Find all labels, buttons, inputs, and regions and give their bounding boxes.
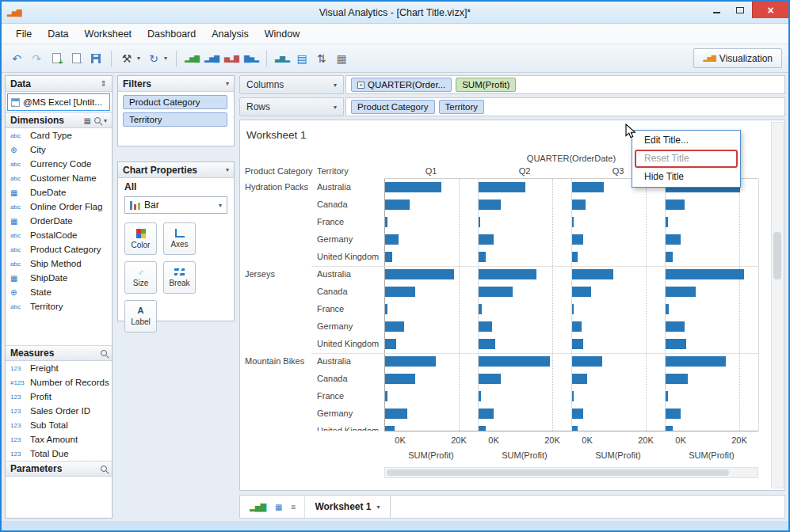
bar-jerseys-germany-q2[interactable] <box>479 321 492 332</box>
expand-icon[interactable]: + <box>357 82 364 89</box>
bar-mountain-bikes-canada-q4[interactable] <box>666 374 688 384</box>
bar-mountain-bikes-germany-q3[interactable] <box>572 408 583 419</box>
dimension-ship-method[interactable]: abcShip Method <box>6 256 112 271</box>
sort-descending-chart-icon[interactable]: ▇▅▂ <box>242 50 260 67</box>
menu-analysis[interactable]: Analysis <box>204 24 257 44</box>
new-bar-chart-icon[interactable]: ▂▅▇ <box>183 50 200 67</box>
bar-hydration-packs-canada-q1[interactable] <box>385 200 410 210</box>
bar-mountain-bikes-canada-q2[interactable] <box>479 374 501 384</box>
color-button[interactable]: Color <box>124 222 157 255</box>
bar-hydration-packs-australia-q2[interactable] <box>479 182 525 192</box>
bar-hydration-packs-australia-q1[interactable] <box>385 182 441 192</box>
horizontal-scrollbar-thumb[interactable] <box>387 469 729 476</box>
search-parameters-icon[interactable] <box>101 466 107 472</box>
close-button[interactable]: × <box>752 2 788 18</box>
columns-dropdown-icon[interactable]: ▾ <box>334 82 337 89</box>
worksheet-canvas[interactable]: Worksheet 1 QUARTER(OrderDate)Q1Q2Q3Q4Pr… <box>239 120 785 491</box>
bar-mountain-bikes-france-q3[interactable] <box>572 391 574 401</box>
vertical-scrollbar[interactable] <box>771 122 784 488</box>
dimension-currency-code[interactable]: abcCurrency Code <box>6 157 112 171</box>
bar-hydration-packs-canada-q4[interactable] <box>666 200 685 210</box>
bar-hydration-packs-germany-q1[interactable] <box>385 234 399 245</box>
bar-jerseys-australia-q1[interactable] <box>385 269 454 279</box>
label-button[interactable]: ALabel <box>124 300 157 332</box>
bar-hydration-packs-france-q1[interactable] <box>385 217 387 227</box>
bar-mountain-bikes-germany-q2[interactable] <box>479 408 494 419</box>
swap-axes-chart-icon[interactable]: ▅▂▇ <box>223 50 240 67</box>
dimension-state[interactable]: ⊕State <box>6 285 112 299</box>
context-menu-item-hide-title[interactable]: Hide Title <box>632 168 740 186</box>
bar-hydration-packs-canada-q2[interactable] <box>479 200 501 210</box>
dimension-territory[interactable]: abcTerritory <box>6 299 112 314</box>
axes-button[interactable]: Axes <box>163 222 196 255</box>
bar-jerseys-canada-q4[interactable] <box>666 287 696 297</box>
columns-shelf-label[interactable]: Columns ▾ <box>239 75 344 94</box>
data-tools-icon[interactable]: ⚒ <box>118 50 135 67</box>
horizontal-scrollbar[interactable] <box>384 467 758 478</box>
bar-hydration-packs-united-kingdom-q3[interactable] <box>572 252 578 262</box>
filters-dropdown-icon[interactable]: ▾ <box>226 80 229 87</box>
bar-mountain-bikes-australia-q1[interactable] <box>385 356 436 367</box>
bar-mountain-bikes-australia-q3[interactable] <box>572 356 602 367</box>
break-button[interactable]: Break <box>163 261 196 294</box>
grid-view-icon[interactable]: ▦ <box>333 50 350 67</box>
bar-hydration-packs-germany-q4[interactable] <box>666 234 681 245</box>
bar-jerseys-united-kingdom-q3[interactable] <box>572 339 583 349</box>
bar-jerseys-united-kingdom-q1[interactable] <box>385 339 396 349</box>
redo-icon[interactable]: ↷ <box>28 50 45 67</box>
sort-datasources-icon[interactable]: ⇕ <box>101 79 107 88</box>
bar-mountain-bikes-canada-q1[interactable] <box>385 374 415 384</box>
measure-sub-total[interactable]: 123Sub Total <box>6 418 112 432</box>
context-menu-item-edit-title[interactable]: Edit Title... <box>632 131 740 150</box>
bar-mountain-bikes-france-q2[interactable] <box>479 391 481 401</box>
measure-profit[interactable]: 123Profit <box>6 390 112 404</box>
dimension-card-type[interactable]: abcCard Type <box>6 128 112 142</box>
bar-jerseys-canada-q1[interactable] <box>385 287 415 297</box>
dimension-online-order-flag[interactable]: abcOnline Order Flag <box>6 200 112 214</box>
bar-jerseys-france-q4[interactable] <box>666 304 669 314</box>
filter-pill-product-category[interactable]: Product Category <box>123 95 227 109</box>
pill-product-category[interactable]: Product Category <box>351 100 435 114</box>
bar-hydration-packs-germany-q2[interactable] <box>479 234 494 245</box>
refresh-dropdown-icon[interactable]: ▾ <box>162 50 170 67</box>
refresh-data-icon[interactable]: ↻ <box>145 50 162 67</box>
dimension-customer-name[interactable]: abcCustomer Name <box>6 171 112 185</box>
measure-number-of-records[interactable]: #123Number of Records <box>6 375 112 390</box>
bar-mountain-bikes-germany-q4[interactable] <box>666 408 681 419</box>
dimensions-dropdown-icon[interactable]: ▾ <box>104 117 107 124</box>
bar-hydration-packs-france-q2[interactable] <box>479 217 480 227</box>
datasource-item[interactable]: @MS Excel [Untit... <box>7 93 110 111</box>
dimension-product-category[interactable]: abcProduct Category <box>6 242 112 256</box>
bar-jerseys-australia-q2[interactable] <box>479 269 536 279</box>
measure-freight[interactable]: 123Freight <box>6 361 112 375</box>
bar-mountain-bikes-australia-q4[interactable] <box>666 356 726 367</box>
search-measures-icon[interactable] <box>101 350 107 356</box>
rows-dropdown-icon[interactable]: ▾ <box>334 104 337 111</box>
bar-mountain-bikes-canada-q3[interactable] <box>572 374 587 384</box>
fit-axes-icon[interactable]: ▃▆▂ <box>273 50 291 67</box>
bar-mountain-bikes-france-q4[interactable] <box>666 391 668 401</box>
new-dashboard-icon[interactable]: ▦ <box>275 503 281 511</box>
tools-dropdown-icon[interactable]: ▾ <box>135 50 143 67</box>
dimension-orderdate[interactable]: ▦OrderDate <box>6 214 112 228</box>
vertical-scrollbar-thumb[interactable] <box>773 232 781 279</box>
bar-hydration-packs-germany-q3[interactable] <box>572 234 583 245</box>
rows-shelf[interactable]: Product CategoryTerritory <box>345 97 785 116</box>
titlebar[interactable]: ▂▅▇ Visual Analytics - [Chart Title.vizx… <box>2 2 788 24</box>
bar-jerseys-australia-q4[interactable] <box>666 269 744 279</box>
pill-sum-profit[interactable]: SUM(Profit) <box>456 78 516 92</box>
new-document-icon[interactable] <box>48 50 65 67</box>
sort-order-icon[interactable]: ⇅ <box>313 50 330 67</box>
bar-hydration-packs-australia-q3[interactable] <box>572 182 604 192</box>
undo-icon[interactable]: ↶ <box>8 50 25 67</box>
bar-jerseys-united-kingdom-q4[interactable] <box>666 339 686 349</box>
pill-territory[interactable]: Territory <box>439 100 485 114</box>
bar-mountain-bikes-germany-q1[interactable] <box>385 408 407 419</box>
dimension-shipdate[interactable]: ▦ShipDate <box>6 271 112 285</box>
bar-jerseys-germany-q3[interactable] <box>572 321 582 332</box>
visualization-button[interactable]: ▂▅▇ Visualization <box>693 48 782 68</box>
measure-sales-order-id[interactable]: 123Sales Order ID <box>6 404 112 418</box>
horizontal-bars-icon[interactable]: ▤ <box>293 50 311 67</box>
dimension-city[interactable]: ⊕City <box>6 142 112 157</box>
tab-dropdown-icon[interactable]: ▾ <box>377 504 380 511</box>
